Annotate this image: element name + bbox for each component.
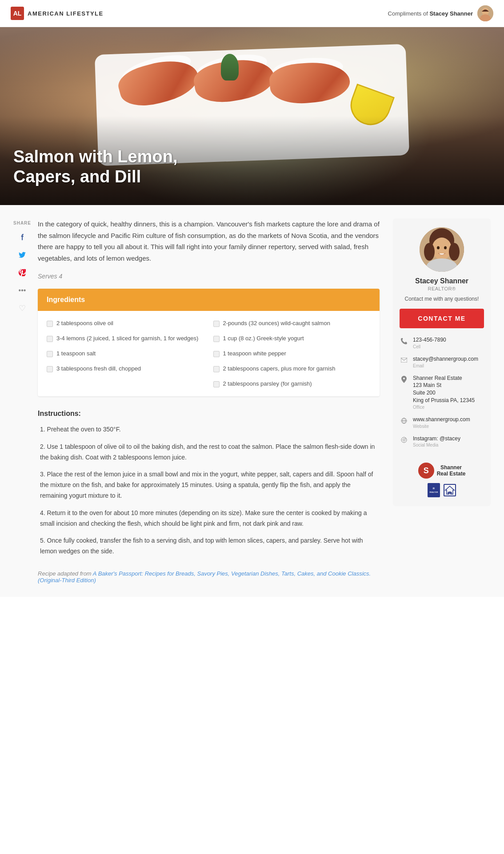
sidebar-right: Stacey Shanner REALTOR® Contact me with … — [393, 218, 491, 584]
sidebar-agent-tagline: Contact me with any questions! — [405, 296, 479, 302]
ingredient-item: 2 tablespoons parsley (for garnish) — [213, 378, 371, 390]
header-right: Compliments of Stacey Shanner — [388, 5, 493, 21]
ingredient-item: 2-pounds (32 ounces) wild-caught salmon — [213, 318, 371, 329]
ingredient-item: 1 teaspoon white pepper — [213, 348, 371, 359]
pinterest-share-button[interactable] — [16, 266, 28, 279]
ingredient-checkbox[interactable] — [213, 336, 220, 342]
logo-area: AL AMERICAN LIFESTYLE — [11, 7, 104, 20]
brand-name-text: Shanner Real Estate — [437, 464, 466, 477]
ingredient-item — [47, 378, 204, 390]
share-sidebar: SHARE ••• ♡ — [13, 218, 31, 584]
compliments-text: Compliments of Stacey Shanner — [388, 10, 473, 17]
hero-section: Salmon with Lemon, Capers, and Dill — [0, 27, 504, 205]
sidebar-agent-title: REALTOR® — [428, 286, 456, 291]
ingredients-box: Ingredients 2 tablespoons olive oil2-pou… — [38, 289, 380, 396]
svg-point-17 — [403, 439, 405, 441]
article-title: Salmon with Lemon, Capers, and Dill — [13, 147, 236, 187]
email-row: stacey@shannergroup.com Email — [400, 355, 484, 369]
instruction-item: 1. Preheat the oven to 350°F. — [38, 424, 380, 435]
svg-point-18 — [405, 438, 406, 439]
ingredients-title: Ingredients — [47, 296, 85, 303]
equal-housing-badge — [444, 484, 456, 496]
svg-point-11 — [444, 246, 447, 250]
instructions-list: 1. Preheat the oven to 350°F.2. Use 1 ta… — [38, 424, 380, 557]
instruction-item: 3. Place the rest of the lemon juice in … — [38, 469, 380, 501]
ingredient-item: 2 tablespoons olive oil — [47, 318, 204, 329]
instruction-item: 4. Return it to the oven for about 10 mo… — [38, 508, 380, 529]
contact-info: 123-456-7890 Cell stacey@shannergroup.co… — [400, 336, 484, 454]
article-area: SHARE ••• ♡ In the category of quick, — [13, 218, 380, 584]
social-icon — [400, 435, 408, 444]
shanner-logo: S Shanner Real Estate — [418, 463, 466, 479]
website-row: www.shannergroup.com Website — [400, 416, 484, 430]
instructions-section: Instructions: 1. Preheat the oven to 350… — [38, 410, 380, 557]
ingredient-item: 3 tablespoons fresh dill, chopped — [47, 363, 204, 375]
svg-point-5 — [432, 238, 452, 260]
phone-row: 123-456-7890 Cell — [400, 336, 484, 350]
ingredient-checkbox[interactable] — [47, 321, 53, 327]
ingredient-checkbox[interactable] — [213, 366, 220, 372]
header: AL AMERICAN LIFESTYLE Compliments of Sta… — [0, 0, 504, 27]
ingredient-item: 1 teaspoon salt — [47, 348, 204, 359]
agent-name-header: Stacey Shanner — [429, 10, 473, 17]
ingredient-checkbox[interactable] — [213, 381, 220, 387]
ingredient-item: 2 tablespoons capers, plus more for garn… — [213, 363, 371, 375]
brand-logos: S Shanner Real Estate R REALTOR — [400, 463, 484, 497]
agent-avatar-header — [477, 5, 493, 21]
serves-text: Serves 4 — [38, 273, 380, 280]
article-intro: In the category of quick, healthy dinner… — [38, 218, 380, 264]
ingredient-item: 3-4 lemons (2 juiced, 1 sliced for garni… — [47, 333, 204, 344]
instruction-item: 5. Once fully cooked, transfer the fish … — [38, 536, 380, 557]
logo-text: AMERICAN LIFESTYLE — [28, 10, 104, 17]
sidebar-agent-name: Stacey Shanner — [415, 277, 468, 285]
facebook-share-button[interactable] — [16, 231, 28, 243]
recipe-source: Recipe adapted from A Baker's Passport: … — [38, 570, 380, 584]
svg-point-6 — [424, 243, 435, 261]
svg-text:R: R — [433, 487, 435, 490]
share-label: SHARE — [13, 221, 31, 226]
social-detail: Instagram: @stacey Social Media — [413, 435, 460, 449]
twitter-share-button[interactable] — [16, 249, 28, 261]
address-row: Shanner Real Estate 123 Main St Suite 20… — [400, 375, 484, 411]
ingredient-checkbox[interactable] — [213, 351, 220, 357]
shanner-s-icon: S — [418, 463, 434, 479]
agent-avatar — [420, 227, 464, 272]
phone-icon — [400, 337, 408, 346]
agent-card: Stacey Shanner REALTOR® Contact me with … — [393, 218, 491, 506]
contact-me-button[interactable]: CONTACT ME — [400, 309, 484, 328]
ingredient-checkbox[interactable] — [213, 321, 220, 327]
email-detail: stacey@shannergroup.com Email — [413, 355, 478, 369]
svg-point-10 — [437, 246, 440, 250]
instruction-item: 2. Use 1 tablespoon of olive oil to oil … — [38, 442, 380, 463]
ingredients-header: Ingredients — [38, 289, 380, 311]
website-icon — [400, 416, 408, 425]
logo-icon: AL — [11, 7, 24, 20]
website-detail: www.shannergroup.com Website — [413, 416, 470, 430]
phone-detail: 123-456-7890 Cell — [413, 336, 446, 350]
realtor-badges: R REALTOR — [428, 483, 456, 497]
instructions-title: Instructions: — [38, 410, 380, 418]
svg-text:REALTOR: REALTOR — [430, 491, 438, 493]
social-row: Instagram: @stacey Social Media — [400, 435, 484, 449]
ingredient-checkbox[interactable] — [47, 366, 53, 372]
location-icon — [400, 375, 408, 384]
like-button[interactable]: ♡ — [16, 302, 28, 314]
svg-point-7 — [449, 243, 460, 261]
ingredient-checkbox[interactable] — [47, 351, 53, 357]
more-share-button[interactable]: ••• — [16, 284, 28, 297]
email-icon — [400, 356, 408, 365]
main-content: SHARE ••• ♡ In the category of quick, — [0, 205, 504, 597]
svg-rect-19 — [429, 485, 438, 495]
article-content: In the category of quick, healthy dinner… — [38, 218, 380, 584]
ingredient-item: 1 cup (8 oz.) Greek-style yogurt — [213, 333, 371, 344]
ingredient-checkbox[interactable] — [47, 336, 53, 342]
ingredients-grid: 2 tablespoons olive oil2-pounds (32 ounc… — [38, 311, 380, 396]
address-detail: Shanner Real Estate 123 Main St Suite 20… — [413, 375, 475, 411]
realtor-badge: R REALTOR — [428, 483, 440, 497]
